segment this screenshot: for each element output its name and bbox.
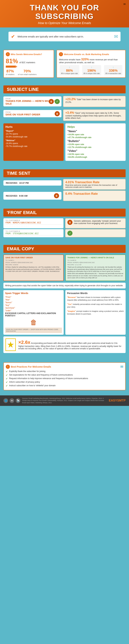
lift-transaction-label: lift in transaction rate — [105, 72, 121, 74]
email2-subject: SAVE ON YOUR FIRST ORDER — [6, 113, 59, 116]
persuasive-because-keyword: "Because" — [67, 296, 77, 298]
lift-transaction-rate: ↑ 336% lift in transaction rate — [104, 65, 122, 75]
star-multiplier: ×2.6x — [18, 340, 30, 345]
hurts-item-2: "Webinar" -16.6% opens -70.7% clickthrou… — [6, 139, 62, 148]
lift-click-label: lift in unique click rate — [83, 72, 100, 74]
received1-time: 10:47 PM — [19, 182, 29, 184]
email2-actions: 🗑 — [55, 111, 60, 116]
from-email-bad-box: TO: CUSTOMER A FROM: NOREPLY@BUSINESSINC… — [4, 218, 63, 228]
bp-check-4: ✔ — [6, 381, 8, 384]
spam-word-7: EXCESSIVE CAPITAL LETTERS AND EXCLAMATIO… — [5, 312, 62, 317]
copy-good-from: FROM: NOREPLY@BUSINESSINC.BIZ — [67, 262, 123, 263]
spam-persuasive-row: Spam Trigger Words "Prize" "free" "bonus… — [4, 290, 125, 335]
received-box-2: RECEIVED: 9:00 AM 🗑 — [4, 192, 61, 200]
copy-good-header: THANKS FOR JOINING — HERE'S WHAT'S ON SA… — [67, 256, 123, 258]
lift-transaction-arrow: ↑ — [105, 66, 121, 69]
hurts-heading: Hurts — [6, 126, 62, 128]
hurts-helps-row: Hurts "Report" -23.7% opens -54.8% click… — [4, 124, 125, 161]
email2-row: FROM: SAVE ON YOUR FIRST ORDER 🗑 +3.4% "… — [4, 109, 125, 122]
welcome-vs-bulk-label: Welcome Emails vs. Bulk Marketing Emails — [64, 53, 109, 56]
spam-word-2: "free" — [5, 298, 62, 301]
intro-section: ✔ Welcome emails are typically sent afte… — [0, 28, 129, 46]
transaction-tip-2: 0.4% Transaction Rate — [63, 190, 125, 201]
received1-label: RECEIVED: — [6, 182, 18, 184]
revenue-percent: 320% — [81, 58, 89, 61]
bp-text-3: Request information to help improve rele… — [9, 377, 88, 380]
spam-box: Spam Trigger Words "Prize" "free" "bonus… — [4, 290, 64, 335]
tip1: +23.2% "Sale" has been shown to increase… — [63, 96, 125, 107]
bp-text-5: Instruct subscriber on how to 'whitelist… — [9, 384, 56, 387]
bp-item-3: ✔ Request information to help improve re… — [6, 377, 123, 380]
envelope-icon-bp: ✉ — [120, 365, 123, 369]
persuasive-you-keyword: "You" — [67, 303, 72, 305]
email2-preview-wrapper: FROM: SAVE ON YOUR FIRST ORDER 🗑 — [4, 109, 61, 122]
bp-item-2: ✔ Set expectations for the value and fre… — [6, 374, 123, 376]
footer-globe-icon[interactable]: 🌐 — [4, 398, 8, 403]
time-sent-header: Time Sent — [4, 169, 125, 177]
received2-time: 9:00 AM — [19, 194, 28, 197]
persuasive-because: "Because" has been shown to increase com… — [67, 296, 124, 302]
sub-stats: 87% of retailers 70% of non-retail marke… — [6, 69, 52, 76]
battery-indicator — [6, 66, 52, 68]
footer-logo: EASYSMTP — [109, 399, 125, 402]
lift-open-arrow: ↑ — [61, 66, 78, 69]
copy-bad-to: TO: NAME A — [6, 260, 62, 261]
from-good-indicator: ✓ — [65, 229, 125, 237]
footer-feed-icon[interactable]: 📡 — [16, 398, 20, 403]
from-bad-to: TO: CUSTOMER A — [6, 220, 61, 222]
bp-check-1: ✔ — [6, 370, 8, 373]
check-icon: ✔ — [11, 34, 15, 39]
from-good-to: TO: CUSTOMER B — [6, 230, 61, 232]
spam-word-5: "purchase" — [5, 307, 62, 309]
helps-stat2-2: +12.7% clickthrough rate — [67, 146, 123, 148]
helps-word-3: "Video" — [67, 150, 123, 152]
persuasive-box: Persuasive Words "Because" has been show… — [65, 290, 125, 335]
main-desc: of B2C marketers — [19, 61, 35, 64]
helps-heading: Helps — [67, 126, 123, 128]
header-title-line1: THANK YOU FOR — [5, 4, 124, 12]
spam-word-1: "Prize" — [5, 296, 62, 298]
hurts-stat1-2: -16.6% opens — [6, 142, 62, 144]
email1-actions: 🗑 ✓ — [49, 99, 60, 104]
sub-stat-retailers: 87% of retailers — [6, 69, 15, 76]
from-bad-tip: 🗑 Generic addresses, especially 'noreply… — [65, 218, 125, 228]
from-good-addr: FROM: STEVE@BUSINESSINC.BIZ — [6, 232, 61, 236]
star-text-content: ×2.6x Incorporating purchases with disco… — [18, 340, 123, 350]
hurts-box: Hurts "Report" -23.7% opens -54.8% click… — [4, 124, 64, 161]
from-bad-tip-text: Generic addresses, especially 'noreply' … — [74, 220, 123, 224]
copy-good-body: Thank you for joining the Business Inc. … — [67, 266, 123, 279]
writing-tip-text: Writing persuasive copy that avoids the … — [5, 284, 123, 287]
hurts-word-2: "Webinar" — [6, 139, 62, 142]
revenue-intro-text: Welcome emails have — [59, 58, 80, 61]
received-box-1: RECEIVED: 10:47 PM — [4, 180, 61, 186]
bp-check-2: ✔ — [6, 374, 8, 376]
from-email-section: 'From' Email TO: CUSTOMER A FROM: NOREPL… — [0, 205, 129, 242]
star-box: ★ ×2.6x Incorporating purchases with dis… — [4, 336, 125, 353]
envelope-decoration: ✉ — [123, 2, 125, 6]
battery-cap — [16, 66, 17, 67]
hurts-stat2-2: -70.7% clickthrough rate — [6, 145, 62, 148]
spam-word-3: "bonus" — [5, 301, 62, 304]
intro-box: ✔ Welcome emails are typically sent afte… — [9, 32, 120, 41]
copy-good-example: THANKS FOR JOINING — HERE'S WHAT'S ON SA… — [65, 254, 125, 281]
hurts-stat1-1: -23.7% opens — [6, 133, 62, 135]
who-sends-box: ! Who Sends Welcome Emails? 81% of B2C m… — [4, 50, 54, 78]
main-percent: 81% — [6, 58, 18, 65]
time-row-1: RECEIVED: 10:47 PM 4.01% Transaction Rat… — [4, 179, 125, 190]
intro-text: Welcome emails are typically sent after … — [18, 35, 111, 38]
writing-tip-box: Writing persuasive copy that avoids the … — [4, 283, 125, 288]
transaction-tip-1: 4.01% Transaction Rate Real-time welcome… — [63, 179, 125, 190]
helps-item-3: "Video" +18.5% open rate +64.8% clickthr… — [67, 150, 123, 158]
copy-bad-example: SAVE ON YOUR FIRST ORDER TO: NAME A FROM… — [4, 254, 64, 281]
received2-label: RECEIVED: — [6, 194, 18, 197]
star-visual: ★ — [6, 338, 16, 351]
from-bad-dashes: - - - - - - - - - - - - - - — [6, 225, 61, 227]
helps-stat1-1: +34.8% open rate — [67, 134, 123, 136]
footer-mail-icon[interactable]: ✉ — [10, 398, 14, 403]
copy-examples: SAVE ON YOUR FIRST ORDER TO: NAME A FROM… — [4, 254, 125, 281]
email2-trash-icon: 🗑 — [55, 111, 60, 116]
email2-preview: FROM: SAVE ON YOUR FIRST ORDER 🗑 — [4, 110, 61, 117]
header: THANK YOU FOR SUBSCRIBING How to Optimiz… — [0, 0, 129, 28]
email-copy-section: Email Copy SAVE ON YOUR FIRST ORDER TO: … — [0, 242, 129, 358]
footer-logo-main: EASY — [109, 399, 117, 402]
